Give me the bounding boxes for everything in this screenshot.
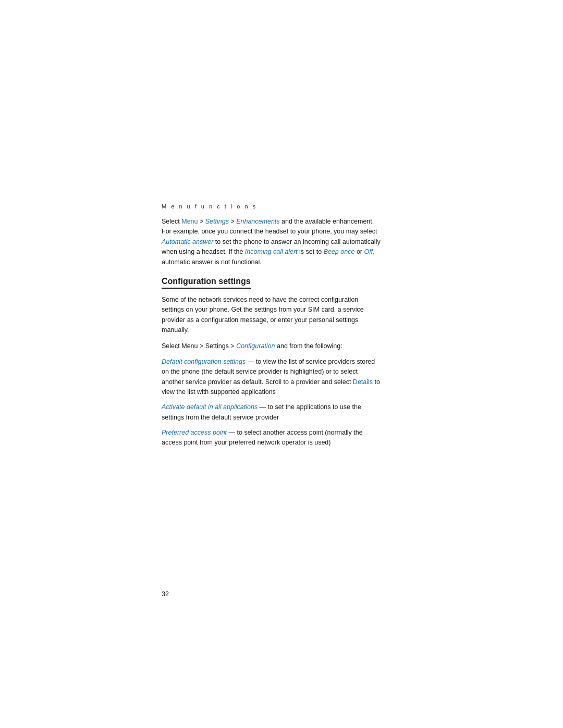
automatic-answer-link[interactable]: Automatic answer (162, 238, 213, 245)
para1-between2: > (229, 218, 236, 225)
menu-link[interactable]: Menu (181, 218, 198, 225)
configuration-settings-heading: Configuration settings (162, 277, 251, 289)
config-intro-paragraph: Some of the network services need to hav… (162, 295, 381, 336)
menu-functions-label: M e n u f u n c t i o n s (162, 203, 381, 209)
page: M e n u f u n c t i o n s Select Menu > … (0, 0, 563, 728)
configuration-settings-section: Configuration settings (162, 274, 381, 295)
config-item-2: Activate default in all applications — t… (162, 402, 381, 423)
config-item-1: Default configuration settings — to view… (162, 357, 381, 398)
para1-between1: > (198, 218, 205, 225)
activate-default-link[interactable]: Activate default in all applications (162, 403, 258, 411)
details-link[interactable]: Details (353, 378, 373, 386)
config-intro-text: Some of the network services need to hav… (162, 296, 364, 334)
settings-link[interactable]: Settings (205, 218, 229, 225)
incoming-call-alert-link[interactable]: Incoming call alert (245, 248, 298, 255)
config-item-3: Preferred access point — to select anoth… (162, 428, 381, 448)
enhancements-link[interactable]: Enhancements (236, 218, 279, 225)
off-link[interactable]: Off (364, 248, 373, 255)
config-select-line: Select Menu > Settings > Configuration a… (162, 341, 381, 351)
configuration-link[interactable]: Configuration (236, 342, 275, 350)
content-area: M e n u f u n c t i o n s Select Menu > … (162, 203, 381, 453)
select-line-before: Select Menu > Settings > (162, 342, 236, 350)
preferred-access-point-link[interactable]: Preferred access point (162, 429, 227, 436)
enhancements-paragraph: Select Menu > Settings > Enhancements an… (162, 217, 381, 267)
page-number: 32 (162, 590, 169, 598)
beep-once-link[interactable]: Beep once (324, 248, 355, 255)
default-config-settings-link[interactable]: Default configuration settings (162, 358, 246, 365)
para1-between5: is set to (298, 248, 324, 255)
para1-between6: or (354, 248, 364, 255)
para1-before-link1: Select (162, 218, 181, 225)
select-line-after: and from the following: (275, 342, 342, 350)
